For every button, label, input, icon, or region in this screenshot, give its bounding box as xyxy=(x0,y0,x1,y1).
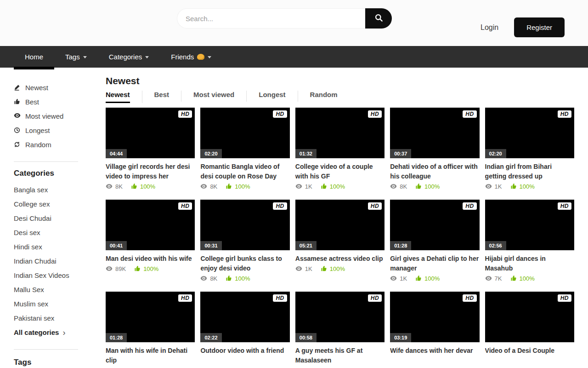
video-thumbnail[interactable]: HD 03:19 xyxy=(390,292,479,342)
video-meta: 1K 100% xyxy=(295,183,384,190)
sidebar-category-item[interactable]: Indian Chudai xyxy=(14,254,93,268)
video-thumbnail[interactable]: HD 02:20 xyxy=(485,108,574,158)
video-title[interactable]: Romantic Bangla video of desi couple on … xyxy=(200,162,289,181)
nav-item-friends[interactable]: Friends xyxy=(160,46,222,68)
video-title[interactable]: A guy meets his GF at Masalaseen xyxy=(295,346,384,365)
video-card[interactable]: HD 01:28 Girl gives a Dehati clip to her… xyxy=(390,200,479,284)
categories-heading: Categories xyxy=(14,169,93,178)
video-title[interactable]: Indian girl from Bihari getting dressed … xyxy=(485,162,574,181)
sort-tabs: Newest Best Most viewed Longest Random xyxy=(106,91,574,103)
tab-most-viewed[interactable]: Most viewed xyxy=(181,91,247,102)
sidebar-item-best[interactable]: Best xyxy=(14,95,93,109)
register-button[interactable]: Register xyxy=(514,17,565,37)
duration-badge: 02:56 xyxy=(485,241,506,250)
video-card[interactable]: HD 00:37 Dehati video of a officer with … xyxy=(390,108,479,192)
sidebar-item-newest[interactable]: Newest xyxy=(14,80,93,95)
video-title[interactable]: Girl gives a Dehati clip to her manager xyxy=(390,254,479,273)
video-card[interactable]: HD 00:31 College girl bunks class to enj… xyxy=(200,200,289,284)
nav-item-categories[interactable]: Categories xyxy=(98,46,160,68)
video-thumbnail[interactable]: HD 00:37 xyxy=(390,108,479,158)
rating-percent: 100% xyxy=(140,183,155,190)
category-list: Bangla sex College sex Desi Chudai Desi … xyxy=(14,183,93,325)
video-title[interactable]: Man desi video with his wife xyxy=(106,254,195,264)
video-title[interactable]: Outdoor video with a friend xyxy=(200,346,289,356)
video-thumbnail[interactable]: HD 00:31 xyxy=(200,200,289,250)
search-button[interactable] xyxy=(365,8,392,29)
rating-percent: 100% xyxy=(520,275,535,282)
page-title: Newest xyxy=(106,75,574,87)
sidebar-category-item[interactable]: Indian Sex Videos xyxy=(14,268,93,282)
video-title[interactable]: Man with his wife in Dehati clip xyxy=(106,346,195,365)
sidebar-category-item[interactable]: Desi Chudai xyxy=(14,211,93,225)
duration-badge: 05:21 xyxy=(295,241,317,250)
video-title[interactable]: Hijabi girl dances in Masahub xyxy=(485,254,574,273)
video-thumbnail[interactable]: HD 01:28 xyxy=(106,292,195,342)
video-thumbnail[interactable]: HD 01:32 xyxy=(295,108,384,158)
video-title[interactable]: Village girl records her desi video to i… xyxy=(106,162,195,181)
video-title[interactable]: Assamese actress video clip xyxy=(295,254,384,264)
video-thumbnail[interactable]: HD 02:20 xyxy=(200,108,289,158)
search-input[interactable] xyxy=(177,8,365,29)
video-thumbnail[interactable]: HD 05:21 xyxy=(295,200,384,250)
tab-best[interactable]: Best xyxy=(142,91,182,102)
video-title[interactable]: Video of a Desi Couple xyxy=(485,346,574,356)
sidebar-category-item[interactable]: College sex xyxy=(14,197,93,211)
video-thumbnail[interactable]: HD 01:28 xyxy=(390,200,479,250)
handshake-emoji xyxy=(197,54,204,60)
all-categories-link[interactable]: All categories › xyxy=(14,325,93,339)
video-thumbnail[interactable]: HD 00:41 xyxy=(106,200,195,250)
video-card[interactable]: HD Video of a Desi Couple xyxy=(485,292,574,368)
sidebar-category-item[interactable]: Pakistani sex xyxy=(14,311,93,325)
sidebar-category-item[interactable]: Hindi sex xyxy=(14,240,93,254)
sidebar-item-longest[interactable]: Longest xyxy=(14,123,93,138)
sidebar-category-item[interactable]: Desi sex xyxy=(14,225,93,240)
thumbs-up-icon xyxy=(321,265,327,272)
video-card[interactable]: HD 01:28 Man with his wife in Dehati cli… xyxy=(106,292,195,368)
video-thumbnail[interactable]: HD 00:58 xyxy=(295,292,384,342)
duration-badge: 03:19 xyxy=(390,333,411,342)
chevron-down-icon xyxy=(208,56,211,58)
video-thumbnail[interactable]: HD 04:44 xyxy=(106,108,195,158)
video-card[interactable]: HD 02:20 Romantic Bangla video of desi c… xyxy=(200,108,289,192)
nav-item-home[interactable]: Home xyxy=(14,46,54,68)
duration-badge: 01:28 xyxy=(390,241,411,250)
nav-item-tags[interactable]: Tags xyxy=(54,46,98,68)
video-title[interactable]: College video of a couple with his GF xyxy=(295,162,384,181)
hd-badge: HD xyxy=(368,202,382,210)
sidebar-category-item[interactable]: Bangla sex xyxy=(14,183,93,197)
view-count: 8K xyxy=(400,183,407,190)
tab-newest[interactable]: Newest xyxy=(106,91,142,103)
video-title[interactable]: Dehati video of a officer with his colle… xyxy=(390,162,479,181)
video-card[interactable]: HD 00:58 A guy meets his GF at Masalasee… xyxy=(295,292,384,368)
video-thumbnail[interactable]: HD 02:22 xyxy=(200,292,289,342)
login-link[interactable]: Login xyxy=(481,23,498,32)
video-title[interactable]: College girl bunks class to enjoy desi v… xyxy=(200,254,289,273)
tab-longest[interactable]: Longest xyxy=(247,91,298,102)
hd-badge: HD xyxy=(368,294,382,302)
video-card[interactable]: HD 01:32 College video of a couple with … xyxy=(295,108,384,192)
video-title[interactable]: Wife dances with her devar xyxy=(390,346,479,356)
hd-badge: HD xyxy=(178,294,192,302)
hd-badge: HD xyxy=(558,294,571,302)
eye-icon xyxy=(485,276,492,281)
video-meta: 89K 100% xyxy=(106,265,195,272)
refresh-icon xyxy=(14,141,21,148)
tab-random[interactable]: Random xyxy=(298,91,350,102)
sidebar-category-item[interactable]: Mallu Sex xyxy=(14,282,93,297)
video-card[interactable]: HD 05:21 Assamese actress video clip 1K xyxy=(295,200,384,284)
view-count: 1K xyxy=(305,265,312,272)
video-card[interactable]: HD 02:56 Hijabi girl dances in Masahub 7… xyxy=(485,200,574,284)
video-card[interactable]: HD 04:44 Village girl records her desi v… xyxy=(106,108,195,192)
video-card[interactable]: HD 02:20 Indian girl from Bihari getting… xyxy=(485,108,574,192)
sidebar-item-random[interactable]: Random xyxy=(14,138,93,152)
video-thumbnail[interactable]: HD xyxy=(485,292,574,342)
eye-icon xyxy=(295,184,302,189)
nav-item-label: Categories xyxy=(109,53,142,61)
sidebar-item-most-viewed[interactable]: Most viewed xyxy=(14,109,93,123)
video-card[interactable]: HD 03:19 Wife dances with her devar xyxy=(390,292,479,368)
video-card[interactable]: HD 00:41 Man desi video with his wife 89… xyxy=(106,200,195,284)
video-card[interactable]: HD 02:22 Outdoor video with a friend xyxy=(200,292,289,368)
video-thumbnail[interactable]: HD 02:56 xyxy=(485,200,574,250)
thumbs-up-icon xyxy=(415,183,422,190)
sidebar-category-item[interactable]: Muslim sex xyxy=(14,297,93,311)
